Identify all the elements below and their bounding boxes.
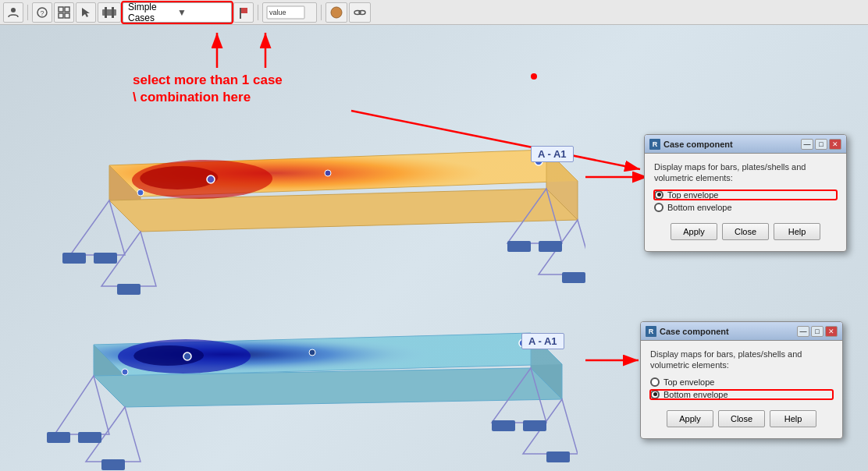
svg-point-65 [122,369,128,375]
svg-point-17 [359,10,365,14]
radio-group-top: Top envelope Bottom envelope [654,190,837,212]
dialog-minimize-bottom[interactable]: — [797,326,809,337]
radio-label-bottom-envelope-2: Bottom envelope [663,390,728,399]
separator-2 [258,5,258,20]
radio-label-top-envelope: Top envelope [667,190,718,200]
svg-rect-40 [562,272,585,283]
svg-text:?: ? [40,9,44,17]
radio-bottom-envelope-1[interactable]: Bottom envelope [654,203,837,212]
annotation-line1: select more than 1 case [133,72,283,89]
bridge-structure-top [16,119,585,308]
dialog-apply-top[interactable]: Apply [671,223,717,240]
annotation-text: select more than 1 case \ combination he… [133,72,283,106]
svg-rect-38 [507,241,531,252]
toolbar-btn-flag[interactable] [233,2,254,23]
toolbar-btn-input[interactable]: value [262,2,317,23]
svg-rect-39 [539,241,562,252]
annotation-line2: \ combination here [133,89,283,106]
toolbar: ? Simple Cases ▼ value [0,0,868,25]
dialog-apply-bottom[interactable]: Apply [667,410,713,427]
svg-rect-8 [102,9,116,16]
radio-top-envelope[interactable]: Top envelope [654,190,837,200]
svg-rect-3 [59,7,63,12]
separator-3 [321,5,322,20]
svg-rect-60 [523,420,546,431]
dialog-close-top[interactable]: ✕ [829,139,841,150]
toolbar-btn-circle[interactable] [326,2,347,23]
dialog-footer-top: Apply Close Help [654,220,837,245]
separator-1 [27,5,28,20]
dialog-title-bottom: Case component [660,327,794,336]
svg-rect-61 [546,452,570,462]
svg-marker-7 [82,8,90,17]
radio-top-envelope-2[interactable]: Top envelope [650,377,833,387]
dialog-controls-bottom: — □ ✕ [797,326,838,337]
svg-rect-57 [78,432,101,443]
dialog-controls-top: — □ ✕ [801,139,841,150]
svg-rect-6 [65,13,69,18]
dialog-case-component-top: R Case component — □ ✕ Display maps for … [644,134,847,252]
toolbar-btn-structure[interactable] [98,2,121,23]
top-structure-label: A - A1 [531,146,574,162]
canvas-area: select more than 1 case \ combination he… [0,25,868,471]
simple-cases-dropdown[interactable]: Simple Cases ▼ [123,2,232,23]
dialog-case-component-bottom: R Case component — □ ✕ Display maps for … [640,321,843,439]
toolbar-btn-grid[interactable] [54,2,74,23]
dialog-title-top: Case component [663,140,798,149]
svg-point-0 [11,8,16,12]
toolbar-btn-person[interactable] [3,2,23,23]
bridge-structure-bottom [16,321,578,471]
svg-rect-10 [112,7,114,18]
svg-point-41 [325,170,331,176]
svg-rect-9 [105,7,107,18]
bottom-structure-label: A - A1 [521,333,564,349]
svg-rect-58 [101,459,125,470]
svg-point-63 [183,352,191,360]
svg-rect-4 [65,7,69,12]
radio-group-bottom: Top envelope Bottom envelope [650,377,833,399]
radio-bottom-envelope-2[interactable]: Bottom envelope [650,390,833,399]
dialog-titlebar-bottom: R Case component — □ ✕ [641,322,842,341]
svg-point-15 [331,7,342,18]
dialog-close-bottom[interactable]: ✕ [825,326,838,337]
dialog-help-bottom[interactable]: Help [770,410,816,427]
dialog-maximize-bottom[interactable]: □ [811,326,824,337]
radio-circle-top-envelope [654,190,663,200]
svg-marker-52 [55,376,109,434]
dialog-body-bottom: Display maps for bars, plates/shells and… [641,341,842,438]
dialog-titlebar-top: R Case component — □ ✕ [645,135,846,154]
dialog-body-top: Display maps for bars, plates/shells and… [645,154,846,251]
dropdown-label: Simple Cases [128,2,177,23]
svg-rect-36 [94,253,117,264]
svg-rect-37 [117,284,141,295]
dialog-icon-top: R [649,139,660,150]
svg-rect-56 [47,432,70,443]
dialog-help-top[interactable]: Help [774,223,820,240]
radio-label-bottom-envelope-1: Bottom envelope [667,203,732,212]
svg-point-42 [207,175,215,183]
toolbar-btn-chain[interactable] [349,2,371,23]
dialog-maximize-top[interactable]: □ [815,139,827,150]
dialog-icon-bottom: R [646,326,656,337]
dialog-desc-top: Display maps for bars, plates/shells and… [654,161,837,184]
dropdown-arrow-icon: ▼ [177,7,226,18]
radio-circle-bottom-envelope-1 [654,203,663,212]
dialog-desc-bottom: Display maps for bars, plates/shells and… [650,349,833,371]
dialog-close-btn-top[interactable]: Close [722,223,769,240]
toolbar-btn-cursor[interactable] [76,2,96,23]
dialog-minimize-top[interactable]: — [801,139,813,150]
dialog-close-btn-bottom[interactable]: Close [718,410,765,427]
dialog-footer-bottom: Apply Close Help [650,407,833,432]
toolbar-btn-help[interactable]: ? [32,2,52,23]
svg-marker-31 [70,200,125,255]
svg-rect-5 [59,13,63,18]
svg-point-62 [309,349,315,356]
radio-circle-bottom-envelope-2 [650,390,660,399]
svg-rect-35 [62,253,86,264]
svg-rect-12 [240,8,241,19]
red-dot [531,73,537,80]
radio-label-top-envelope-2: Top envelope [663,377,714,387]
svg-rect-59 [492,420,515,431]
radio-circle-top-envelope-2 [650,377,660,387]
svg-text:value: value [269,9,286,16]
